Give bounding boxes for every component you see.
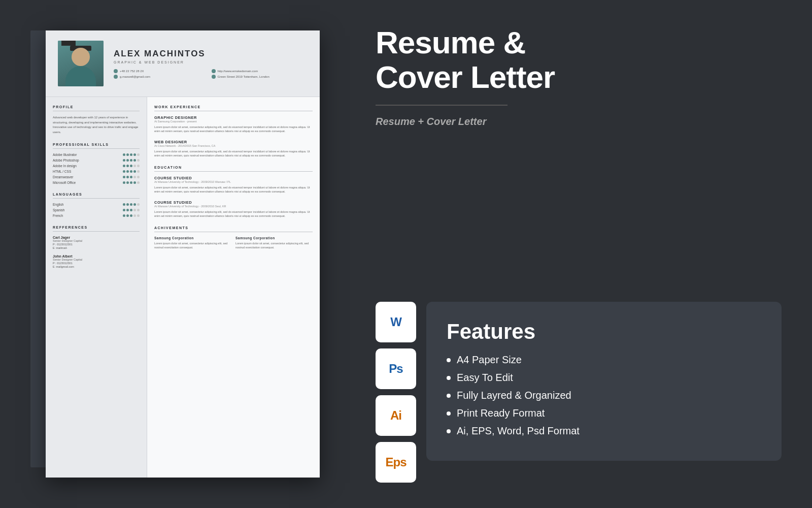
format-icons-list: W Ps Ai Eps <box>376 302 416 483</box>
format-icon-ps: Ps <box>376 348 416 389</box>
resume-job-title: GRAPHIC & WEB DESIGNER <box>114 60 308 64</box>
ref-carl: Carl Jager Senior Designer Capital P : 0… <box>53 236 140 249</box>
skill-illustrator: Adobe Illustrator <box>53 153 140 156</box>
resume-header-info: ALEX MACHINTOS GRAPHIC & WEB DESIGNER +4… <box>114 49 308 79</box>
features-title: Features <box>447 320 761 344</box>
languages-section: LANGUAGES English Spanish F <box>53 193 140 217</box>
top-section: Resume & Cover Letter Resume + Cover Let… <box>376 25 782 302</box>
contact-web: http://www.emskedomain.com <box>212 69 308 73</box>
subtitle: Resume + Cover Letter <box>376 116 782 128</box>
resume-contacts: +48 22 752 28 2X http://www.emskedomain.… <box>114 69 308 79</box>
languages-heading: LANGUAGES <box>53 193 140 199</box>
profile-section: PROFILE Advanced web developer with 12 y… <box>53 105 140 135</box>
feature-item-1: Easy To Edit <box>447 372 761 384</box>
education-section: EDUCATION COURSE STUDIED At Warsaw Unive… <box>154 166 313 218</box>
feature-bullet-3 <box>447 411 451 416</box>
contact-location: Green Street 2019 Tottenham, London <box>212 75 308 79</box>
achievements-section: ACHIVEMENTS Samsung Corporation Lorem ip… <box>154 226 313 250</box>
achievement-col2: Samsung Corporation Lorem ipsum dolor si… <box>235 236 313 250</box>
email-icon <box>114 75 118 79</box>
profile-heading: PROFILE <box>53 105 140 111</box>
skill-html: HTML / CSS <box>53 170 140 173</box>
format-icon-ai: Ai <box>376 395 416 436</box>
work-experience-section: WORK EXPERIENCE GRAPHIC DESIGNER At Sams… <box>154 105 313 157</box>
skills-heading: PROFESSIONAL SKILLS <box>53 143 140 149</box>
feature-bullet-4 <box>447 429 451 433</box>
ref-john: John Albert Senior Designer Capital P : … <box>53 255 140 268</box>
edu-course-2: COURSE STUDIED At Warsaw University of T… <box>154 200 313 218</box>
right-panel: Resume & Cover Letter Resume + Cover Let… <box>345 0 812 508</box>
work-experience-heading: WORK EXPERIENCE <box>154 105 313 111</box>
feature-item-4: Ai, EPS, Word, Psd Format <box>447 425 761 437</box>
feature-list: A4 Paper Size Easy To Edit Fully Layred … <box>447 354 761 437</box>
bottom-section: W Ps Ai Eps Features A4 Paper Size <box>376 302 782 483</box>
references-section: REFFERENCES Carl Jager Senior Designer C… <box>53 226 140 268</box>
resume-left-column: PROFILE Advanced web developer with 12 y… <box>46 97 147 478</box>
feature-item-0: A4 Paper Size <box>447 354 761 366</box>
eps-icon-label: Eps <box>385 455 406 469</box>
main-title: Resume & Cover Letter <box>376 25 782 94</box>
word-icon-label: W <box>390 315 401 329</box>
resume-header: ALEX MACHINTOS GRAPHIC & WEB DESIGNER +4… <box>46 30 320 97</box>
skill-office: Microsoft Office <box>53 181 140 184</box>
feature-item-3: Print Ready Format <box>447 407 761 419</box>
web-icon <box>212 69 216 73</box>
education-heading: EDUCATION <box>154 166 313 172</box>
ai-icon-label: Ai <box>390 408 401 423</box>
lang-french: French <box>53 214 140 217</box>
location-icon <box>212 75 216 79</box>
skill-indesign: Adobe In design <box>53 164 140 168</box>
contact-email: g.maxwell@gmail.com <box>114 75 210 79</box>
achievement-col1: Samsung Corporation Lorem ipsum dolor si… <box>154 236 231 250</box>
features-box: Features A4 Paper Size Easy To Edit Full… <box>426 302 782 461</box>
lang-spanish: Spanish <box>53 208 140 212</box>
resume-body: PROFILE Advanced web developer with 12 y… <box>46 97 320 478</box>
skill-dreamweaver: Dreamweaver <box>53 175 140 179</box>
achievements-heading: ACHIVEMENTS <box>154 226 313 232</box>
edu-course-1: COURSE STUDIED At Warsaw University of T… <box>154 176 313 194</box>
work-graphic-designer: GRAPHIC DESIGNER At Samsung Corporation … <box>154 115 313 134</box>
lang-english: English <box>53 203 140 206</box>
resume-preview: ALEX MACHINTOS GRAPHIC & WEB DESIGNER +4… <box>46 30 320 478</box>
skill-photoshop: Adobe Photoshop <box>53 158 140 162</box>
resume-name: ALEX MACHINTOS <box>114 49 308 59</box>
feature-bullet-0 <box>447 358 451 362</box>
ps-icon-label: Ps <box>389 362 402 376</box>
profile-text: Advanced web developer with 12 years of … <box>53 115 140 135</box>
feature-bullet-1 <box>447 376 451 380</box>
feature-item-2: Fully Layred & Organized <box>447 390 761 401</box>
feature-bullet-2 <box>447 394 451 398</box>
resume-right-column: WORK EXPERIENCE GRAPHIC DESIGNER At Sams… <box>147 97 320 478</box>
format-icon-word: W <box>376 302 416 342</box>
work-web-designer: WEB DESIGNER At Cisco Network - 2014/201… <box>154 140 313 158</box>
phone-icon <box>114 69 118 73</box>
references-heading: REFFERENCES <box>53 226 140 232</box>
resume-photo <box>58 41 104 86</box>
contact-phone: +48 22 752 28 2X <box>114 69 210 73</box>
left-panel: ALEX MACHINTOS GRAPHIC & WEB DESIGNER +4… <box>0 0 345 508</box>
title-divider <box>376 105 507 106</box>
skills-section: PROFESSIONAL SKILLS Adobe Illustrator Ad… <box>53 143 140 184</box>
format-icon-eps: Eps <box>376 442 416 483</box>
